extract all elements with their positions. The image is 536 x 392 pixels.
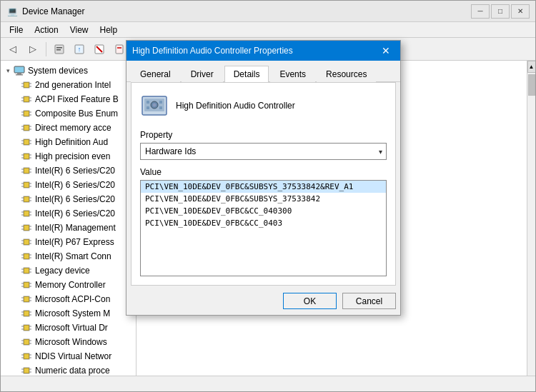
update-driver-button[interactable]: ↑ [70,41,89,58]
list-item[interactable]: ACPI Fixed Feature B [1,92,136,106]
menu-help[interactable]: Help [94,24,124,36]
list-item[interactable]: PCI\VEN_10DE&DEV_0FBC&CC_040300 [141,205,386,217]
tree-item-label: ACPI Fixed Feature B [35,94,119,104]
chip-icon [21,208,32,219]
list-item[interactable]: PCI\VEN_10DE&DEV_0FBC&SUBSYS_37533842&RE… [141,181,386,193]
dialog-title-bar: High Definition Audio Controller Propert… [126,41,400,61]
chip-icon [21,108,32,119]
tree-item-label: Legacy device [35,266,90,276]
tree-item-label: Composite Bus Enum [35,109,118,119]
disable-device-button[interactable] [90,41,109,58]
dialog-close-button[interactable]: ✕ [377,44,394,58]
list-item[interactable]: Direct memory acce [1,121,136,135]
tree-root[interactable]: ▾ System devices [1,64,136,78]
svg-point-161 [153,104,157,107]
chip-icon [21,365,32,376]
tree-item-label: Intel(R) P67 Express [35,237,114,247]
tab-general[interactable]: General [131,66,180,82]
menu-view[interactable]: View [64,24,94,36]
svg-rect-13 [16,74,23,76]
value-label: Value [140,167,387,177]
list-item[interactable]: Microsoft Windows [1,335,136,349]
svg-rect-69 [24,211,29,216]
svg-rect-33 [24,126,29,130]
list-item[interactable]: Memory Controller [1,278,136,292]
chip-icon [21,351,32,362]
audio-controller-icon [141,92,168,119]
app-icon: 💻 [6,6,18,17]
svg-rect-162 [147,101,149,104]
scroll-thumb[interactable] [528,74,535,96]
list-item[interactable]: Intel(R) 6 Series/C20 [1,164,136,178]
tree-item-label: NDIS Virtual Networ [35,351,111,361]
menu-bar: File Action View Help [1,22,535,38]
tree-item-label: Direct memory acce [35,123,111,133]
list-item[interactable]: Microsoft System M [1,306,136,321]
svg-rect-129 [24,354,29,358]
minimize-button[interactable]: ─ [471,4,490,19]
chip-icon [21,279,32,291]
chip-icon [21,79,32,91]
svg-rect-117 [24,326,29,330]
device-tree[interactable]: ▾ System devices [1,61,137,376]
list-item[interactable]: Numeric data proce [1,363,136,376]
main-scrollbar[interactable]: ▲ [527,61,535,376]
svg-rect-81 [24,240,29,244]
ok-button[interactable]: OK [283,293,337,309]
close-button[interactable]: ✕ [511,4,530,19]
chip-icon [21,251,32,262]
chip-icon [21,293,32,305]
back-button[interactable]: ◁ [4,41,22,58]
list-item[interactable]: High precision even [1,149,136,164]
chip-icon [21,165,32,176]
svg-text:↑: ↑ [78,46,81,53]
list-item[interactable]: Legacy device [1,263,136,278]
properties-dialog[interactable]: High Definition Audio Controller Propert… [126,40,401,316]
svg-rect-7 [116,45,123,54]
list-item[interactable]: PCI\VEN_10DE&DEV_0FBC&SUBSYS_37533842 [141,193,386,205]
list-item[interactable]: Intel(R) Smart Conn [1,249,136,263]
cancel-button[interactable]: Cancel [342,293,396,309]
chip-icon [21,322,32,333]
property-select[interactable]: Hardware Ids [140,143,387,160]
update-icon: ↑ [74,44,85,55]
toolbar-separator-1 [46,42,46,56]
menu-action[interactable]: Action [29,24,64,36]
list-item[interactable]: Microsoft ACPI-Con [1,292,136,306]
svg-rect-135 [24,368,29,373]
chip-icon [21,122,32,134]
list-item[interactable]: Intel(R) Management [1,221,136,235]
forward-button[interactable]: ▷ [24,41,42,58]
list-item[interactable]: Intel(R) 6 Series/C20 [1,192,136,206]
tree-item-label: Microsoft Virtual Dr [35,323,108,333]
list-item[interactable]: PCI\VEN_10DE&DEV_0FBC&CC_0403 [141,217,386,229]
list-item[interactable]: NDIS Virtual Networ [1,349,136,363]
svg-rect-163 [159,101,162,104]
menu-file[interactable]: File [4,24,29,36]
value-list[interactable]: PCI\VEN_10DE&DEV_0FBC&SUBSYS_37533842&RE… [140,180,387,276]
tree-item-label: Memory Controller [35,280,106,290]
list-item[interactable]: Intel(R) 6 Series/C20 [1,178,136,192]
svg-rect-39 [24,140,29,144]
tab-driver[interactable]: Driver [182,66,223,82]
device-header: High Definition Audio Controller [140,91,387,120]
tab-resources[interactable]: Resources [317,66,376,82]
svg-rect-75 [24,226,29,230]
scroll-up-arrow[interactable]: ▲ [527,61,536,73]
tree-item-label: High Definition Aud [35,137,108,147]
device-properties-button[interactable] [50,41,69,58]
list-item[interactable]: High Definition Aud [1,135,136,149]
maximize-button[interactable]: □ [491,4,510,19]
list-item[interactable]: 2nd generation Intel [1,78,136,92]
chip-icon [21,265,32,276]
tree-item-label: Intel(R) Smart Conn [35,251,111,261]
list-item[interactable]: Composite Bus Enum [1,106,136,121]
tab-details[interactable]: Details [224,66,269,82]
property-label: Property [140,130,387,140]
tab-events[interactable]: Events [270,66,315,82]
list-item[interactable]: Intel(R) 6 Series/C20 [1,206,136,221]
list-item[interactable]: Intel(R) P67 Express [1,235,136,249]
list-item[interactable]: Microsoft Virtual Dr [1,321,136,335]
svg-rect-99 [24,283,29,287]
device-icon [140,91,169,120]
